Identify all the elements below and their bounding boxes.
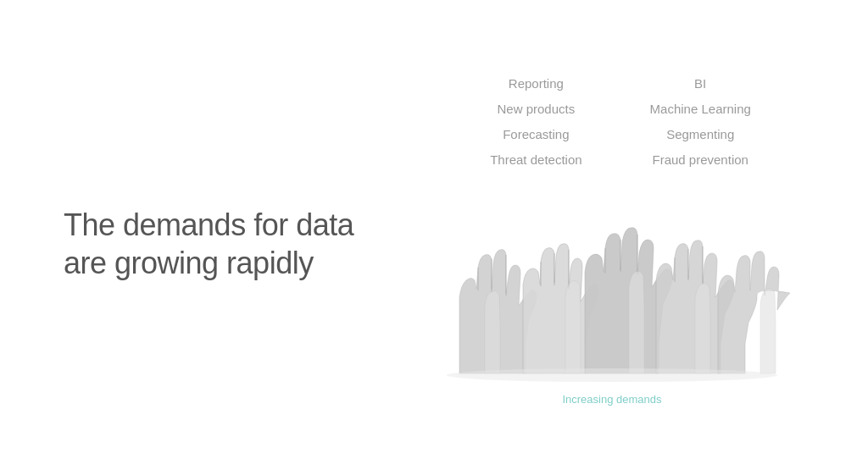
label-fraud-prevention: Fraud prevention <box>653 150 748 170</box>
label-forecasting: Forecasting <box>503 124 569 145</box>
right-section: Reporting New products Forecasting Threa… <box>356 65 868 406</box>
headline-line2: are growing rapidly <box>64 246 314 280</box>
label-segmenting: Segmenting <box>666 124 734 145</box>
label-new-products: New products <box>498 99 576 119</box>
headline: The demands for data are growing rapidly <box>64 206 356 282</box>
caption: Increasing demands <box>562 393 661 406</box>
left-section: The demands for data are growing rapidly <box>0 189 356 282</box>
label-bi: BI <box>694 74 706 94</box>
right-labels-col: BI Machine Learning Segmenting Fraud pre… <box>650 74 751 170</box>
svg-point-12 <box>447 368 777 382</box>
labels-row: Reporting New products Forecasting Threa… <box>490 74 751 170</box>
label-threat-detection: Threat detection <box>490 150 581 170</box>
headline-line1: The demands for data <box>64 207 353 242</box>
label-machine-learning: Machine Learning <box>650 99 751 119</box>
label-reporting: Reporting <box>509 74 564 94</box>
slide: The demands for data are growing rapidly… <box>0 0 868 470</box>
hands-illustration <box>434 191 790 386</box>
left-labels-col: Reporting New products Forecasting Threa… <box>490 74 581 170</box>
